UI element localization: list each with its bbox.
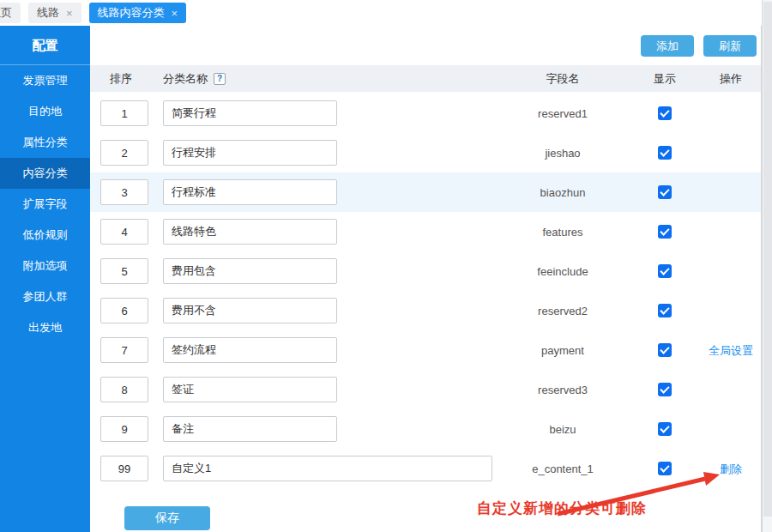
show-column [639,304,691,317]
tab-2[interactable]: 线路× [28,3,81,23]
header-name-label: 分类名称 [163,65,208,92]
sidebar-item[interactable]: 发票管理 [0,65,90,96]
show-checkbox[interactable] [658,185,672,199]
category-name-input[interactable] [163,100,337,126]
table-row: payment 全局设置 [90,330,761,370]
show-checkbox[interactable] [658,264,672,278]
show-checkbox[interactable] [658,146,672,160]
sidebar-item[interactable]: 目的地 [0,96,90,127]
table-row: feeinclude [90,251,761,291]
sort-input[interactable] [100,100,148,126]
sidebar-item[interactable]: 参团人群 [0,281,90,312]
category-name-input[interactable] [163,456,492,481]
category-name-input[interactable] [163,179,337,205]
table-row: biaozhun [90,172,761,212]
save-button[interactable]: 保存 [124,506,210,530]
tab-label: 线路内容分类 [98,5,165,21]
table-row: beizu [90,409,761,449]
field-name: reserved3 [507,384,618,396]
sidebar-item[interactable]: 内容分类 [0,158,90,189]
category-name-input[interactable] [163,219,337,245]
category-name-input[interactable] [163,416,337,442]
table-row: reserved3 [90,370,761,409]
sort-input[interactable] [100,179,148,205]
sidebar-item[interactable]: 扩展字段 [0,189,90,220]
sort-input[interactable] [100,456,148,481]
show-checkbox[interactable] [658,225,672,239]
field-name: biaozhun [507,186,618,199]
category-name-input[interactable] [163,258,337,284]
tab-3[interactable]: 线路内容分类× [89,3,187,23]
tab-label: 主页 [0,5,12,21]
show-checkbox[interactable] [658,462,672,475]
tab-close-icon[interactable]: × [172,8,178,19]
show-column [639,146,691,160]
sidebar-item[interactable]: 属性分类 [0,127,90,158]
sidebar-item[interactable]: 附加选项 [0,251,90,281]
sort-input[interactable] [100,219,148,245]
help-icon[interactable]: ? [214,73,226,85]
action-column: 删除 [695,461,767,477]
show-column [639,185,691,199]
sort-input[interactable] [100,337,148,363]
sort-input[interactable] [100,140,148,166]
sidebar-header: 配置 [0,26,90,65]
tab-close-icon[interactable]: × [66,8,73,19]
field-name: jieshao [507,147,618,160]
sidebar: 配置 发票管理目的地属性分类内容分类扩展字段低价规则附加选项参团人群出发地 [0,26,90,532]
add-button[interactable]: 添加 [641,35,694,57]
table-row: reserved1 [90,94,761,133]
show-column [639,383,691,396]
sort-input[interactable] [100,298,148,323]
refresh-button[interactable]: 刷新 [703,35,757,57]
tab-bar: 主页线路×线路内容分类× [0,0,762,26]
field-name: e_content_1 [507,462,618,475]
sort-input[interactable] [100,258,148,284]
field-name: payment [507,344,618,357]
sort-input[interactable] [100,377,148,402]
show-column [639,225,691,239]
tab-1[interactable]: 主页 [0,3,21,23]
show-column [639,422,691,436]
show-column [639,462,691,475]
category-name-input[interactable] [163,377,337,402]
table-row: features [90,212,761,251]
action-link[interactable]: 全局设置 [709,344,753,357]
sidebar-item[interactable]: 出发地 [0,312,90,343]
show-checkbox[interactable] [658,304,672,317]
annotation-text: 自定义新增的分类可删除 [477,499,647,518]
sort-input[interactable] [100,416,148,442]
header-field: 字段名 [507,65,618,92]
category-name-input[interactable] [163,298,337,323]
field-name: reserved2 [507,305,618,317]
table-row: reserved2 [90,291,761,330]
header-sort: 排序 [110,65,132,92]
table-header: 排序 分类名称 ? 字段名 显示 操作 [90,65,761,92]
show-checkbox[interactable] [658,106,672,120]
show-checkbox[interactable] [658,422,672,436]
sidebar-items: 发票管理目的地属性分类内容分类扩展字段低价规则附加选项参团人群出发地 [0,65,90,343]
show-checkbox[interactable] [658,383,672,396]
field-name: features [507,226,618,239]
field-name: reserved1 [507,107,618,120]
field-name: beizu [507,423,618,436]
category-name-input[interactable] [163,140,337,166]
table-row: e_content_1 删除 [90,449,761,488]
main-content: 添加 刷新 排序 分类名称 ? 字段名 显示 操作 reserved1 jies… [90,26,762,532]
header-show: 显示 [639,65,691,92]
table-body: reserved1 jieshao biaozhun features [90,94,761,488]
header-name: 分类名称 ? [163,65,226,92]
show-checkbox[interactable] [658,343,672,357]
action-column: 全局设置 [695,342,767,359]
show-column [639,264,691,278]
sidebar-item[interactable]: 低价规则 [0,220,90,251]
show-column [639,106,691,120]
header-action: 操作 [695,65,767,92]
category-name-input[interactable] [163,337,337,363]
action-link[interactable]: 删除 [720,462,742,475]
table-row: jieshao [90,133,761,172]
show-column [639,343,691,357]
tab-label: 线路 [37,5,59,21]
field-name: feeinclude [507,265,618,278]
